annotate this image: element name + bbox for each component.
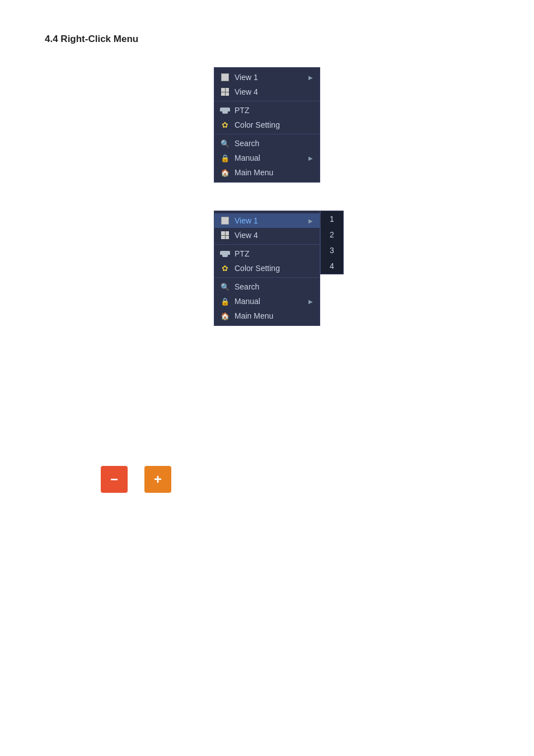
menu-label-ptz: PTZ — [235, 106, 249, 115]
menu-label-search-2: Search — [235, 282, 259, 291]
menu-label-search: Search — [235, 139, 259, 148]
menu-label-mainmenu-2: Main Menu — [235, 311, 273, 320]
menu-label-manual-2: Manual — [235, 297, 260, 306]
context-menu-2[interactable]: View 1 ▶ View 4 — [214, 211, 320, 326]
page-container: 4.4 Right-Click Menu View 1 ▶ V — [0, 0, 534, 526]
menu-item-ptz[interactable]: PTZ — [214, 103, 320, 118]
ptz-icon-2 — [220, 250, 230, 258]
submenu-item-2[interactable]: 2 — [321, 227, 343, 242]
menu-label-view1-2: View 1 — [235, 216, 258, 225]
arrow-manual: ▶ — [308, 155, 313, 161]
ptz-icon — [220, 106, 230, 114]
menu-item-search[interactable]: 🔍 Search — [214, 136, 320, 151]
menu-label-view1: View 1 — [235, 73, 258, 82]
menu-with-submenu-container: View 1 ▶ View 4 — [214, 211, 320, 326]
divider-3 — [214, 244, 320, 245]
menu-item-color[interactable]: ✿ Color Setting — [214, 118, 320, 132]
menu-item-view4-2[interactable]: View 4 — [214, 228, 320, 242]
menu-item-mainmenu[interactable]: 🏠 Main Menu — [214, 165, 320, 180]
color-icon: ✿ — [220, 121, 230, 129]
manual-icon: 🔒 — [220, 154, 230, 162]
arrow-view1-2: ▶ — [308, 218, 313, 224]
search-icon: 🔍 — [220, 139, 230, 147]
mainmenu-icon-2: 🏠 — [220, 312, 230, 320]
divider-2 — [214, 134, 320, 134]
arrow-view1: ▶ — [308, 74, 313, 81]
menu-label-color: Color Setting — [235, 120, 280, 129]
divider-4 — [214, 277, 320, 278]
menu-item-color-2[interactable]: ✿ Color Setting — [214, 261, 320, 276]
view1-submenu[interactable]: 1 2 3 4 — [320, 211, 344, 274]
context-menu-1[interactable]: View 1 ▶ View 4 — [214, 67, 320, 183]
menu-label-manual: Manual — [235, 153, 260, 162]
menu-item-search-2[interactable]: 🔍 Search — [214, 279, 320, 294]
view4-icon-2 — [220, 231, 230, 239]
menu-label-view4: View 4 — [235, 87, 258, 96]
mainmenu-icon: 🏠 — [220, 169, 230, 176]
first-menu-wrapper: View 1 ▶ View 4 — [45, 67, 489, 183]
menu-item-manual[interactable]: 🔒 Manual ▶ — [214, 151, 320, 165]
menu-item-manual-2[interactable]: 🔒 Manual ▶ — [214, 294, 320, 309]
menu-item-view1[interactable]: View 1 ▶ — [214, 70, 320, 85]
submenu-item-3[interactable]: 3 — [321, 242, 343, 258]
view1-icon — [220, 73, 230, 81]
zoom-plus-button[interactable]: + — [144, 466, 171, 493]
menu-item-view4[interactable]: View 4 — [214, 85, 320, 99]
menu-label-mainmenu: Main Menu — [235, 168, 273, 177]
bottom-icons: − + — [101, 466, 489, 493]
menu-item-view1-2[interactable]: View 1 ▶ — [214, 213, 320, 228]
arrow-manual-2: ▶ — [308, 298, 313, 305]
search-icon-2: 🔍 — [220, 283, 230, 291]
menu-item-mainmenu-2[interactable]: 🏠 Main Menu — [214, 309, 320, 323]
color-icon-2: ✿ — [220, 264, 230, 272]
view4-icon — [220, 88, 230, 96]
menu-label-color-2: Color Setting — [235, 264, 280, 273]
submenu-item-4[interactable]: 4 — [321, 258, 343, 274]
zoom-minus-button[interactable]: − — [101, 466, 128, 493]
menu-label-ptz-2: PTZ — [235, 249, 249, 258]
view1-icon-2 — [220, 217, 230, 225]
divider-1 — [214, 101, 320, 101]
manual-icon-2: 🔒 — [220, 297, 230, 305]
menu-label-view4-2: View 4 — [235, 231, 258, 240]
second-menu-wrapper: View 1 ▶ View 4 — [45, 211, 489, 326]
menu-item-ptz-2[interactable]: PTZ — [214, 246, 320, 261]
section-title: 4.4 Right-Click Menu — [45, 34, 489, 45]
submenu-item-1[interactable]: 1 — [321, 211, 343, 227]
